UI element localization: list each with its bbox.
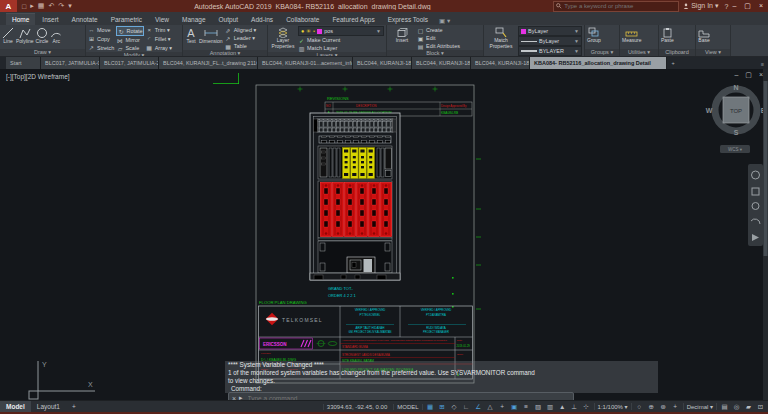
- copyright-notice[interactable]: Approval sheet without signature is not …: [342, 339, 447, 342]
- layout1-tab[interactable]: Layout1: [31, 401, 66, 412]
- tab-home[interactable]: Home: [6, 13, 35, 25]
- file-tab-menu-icon[interactable]: ≡: [761, 61, 764, 69]
- scale-button[interactable]: ▱Scale: [116, 44, 143, 52]
- polar-tracking-icon[interactable]: ∠: [474, 403, 483, 411]
- insert-button[interactable]: Insert: [389, 26, 415, 50]
- customize-command-icon[interactable]: ▸: [239, 394, 243, 400]
- paste-button[interactable]: Paste: [661, 26, 674, 49]
- equipment-rack[interactable]: [310, 113, 400, 280]
- leader-button[interactable]: ↗Leader ▾: [225, 34, 257, 42]
- dimension-button[interactable]: Dimension: [199, 26, 223, 50]
- polyline-button[interactable]: Polyline: [16, 26, 34, 49]
- file-tab[interactable]: BLC044, KURANJI-01...acement_information: [258, 57, 353, 69]
- units-control[interactable]: Decimal ▾: [683, 403, 717, 410]
- shelf-red-modules[interactable]: [318, 181, 392, 238]
- snap-icon[interactable]: ⊞: [438, 403, 447, 411]
- shelf-yellow-modules[interactable]: [318, 146, 392, 179]
- close-command-icon[interactable]: ×: [232, 395, 236, 401]
- clean-screen-icon[interactable]: ⊡: [756, 403, 765, 411]
- order-text[interactable]: ORDER 4 2 2 1: [328, 293, 357, 298]
- open-icon[interactable]: ▸: [30, 2, 34, 10]
- address-text[interactable]: STRONGEST LANDS DESA BUMA: [342, 353, 390, 357]
- revisions-row-approved[interactable]: KBA084-RB: [441, 111, 458, 115]
- doc-close-button[interactable]: ×: [759, 71, 763, 79]
- dynamic-ucs-icon[interactable]: ⊥: [570, 403, 579, 411]
- file-tab-start[interactable]: Start: [6, 57, 41, 69]
- panel-block-footer[interactable]: Block ▾: [387, 50, 483, 56]
- grid-icon[interactable]: ▦: [426, 403, 435, 411]
- revisions-header-no[interactable]: NO: [326, 104, 331, 108]
- edit-attributes-button[interactable]: ▤Edit Attributes: [417, 42, 460, 50]
- tab-insert[interactable]: Insert: [36, 14, 64, 25]
- new-drawing-tab-icon[interactable]: +: [667, 57, 679, 69]
- tab-parametric[interactable]: Parametric: [105, 14, 148, 25]
- minimize-button[interactable]: –: [732, 2, 736, 10]
- file-tab[interactable]: BLC017, JATIMULIA-05*: [41, 57, 100, 69]
- command-line-bar[interactable]: × ▸: [228, 392, 574, 400]
- group-button[interactable]: Group: [587, 26, 601, 49]
- object-snap-tracking-icon[interactable]: +: [498, 403, 507, 410]
- undo-icon[interactable]: ↶: [48, 2, 54, 10]
- redo-icon[interactable]: ↷: [58, 2, 64, 10]
- viewcube-south[interactable]: S: [734, 129, 739, 136]
- workspace-icon[interactable]: ⊛: [659, 403, 668, 411]
- line-button[interactable]: Line: [2, 26, 14, 49]
- tab-view[interactable]: View: [149, 14, 175, 25]
- panel-view-footer[interactable]: View ▾: [696, 49, 730, 56]
- rotate-button[interactable]: ↻Rotate: [116, 26, 143, 36]
- object-snap-icon[interactable]: ▣: [510, 403, 519, 411]
- new-icon[interactable]: □: [22, 3, 26, 10]
- viewport-controls-label[interactable]: [-][Top][2D Wireframe]: [6, 73, 70, 80]
- revisions-header-approved[interactable]: Design Approved By: [441, 104, 467, 108]
- command-history-window[interactable]: **** System Variable Changed **** 1 of t…: [225, 361, 658, 393]
- ortho-icon[interactable]: ∟: [462, 403, 471, 410]
- selection-cycling-icon[interactable]: ▥: [546, 403, 555, 411]
- text-button[interactable]: A Text: [185, 26, 197, 50]
- lineweight-icon[interactable]: ≡: [522, 403, 531, 410]
- projection-symbol[interactable]: [317, 341, 337, 347]
- ribbon-display-options-icon[interactable]: ▣ ▾: [439, 17, 450, 25]
- arc-button[interactable]: Arc: [50, 26, 62, 49]
- grand-total-text[interactable]: GRAND TOT..: [328, 286, 353, 291]
- measure-button[interactable]: Measure: [622, 26, 641, 49]
- panel-annotation-footer[interactable]: Annotation ▾: [183, 50, 267, 56]
- make-current-button[interactable]: ✓Make Current: [298, 36, 384, 44]
- copy-button[interactable]: ⊞Copy: [88, 35, 114, 43]
- tab-manage[interactable]: Manage: [176, 14, 212, 25]
- sub-rack-bar[interactable]: [319, 136, 391, 143]
- graphics-performance-icon[interactable]: ▰: [744, 403, 753, 411]
- doc-restore-button[interactable]: ▢: [745, 71, 752, 79]
- tab-annotate[interactable]: Annotate: [66, 14, 104, 25]
- autoscale-icon[interactable]: ⊕: [647, 403, 656, 411]
- array-button[interactable]: ▦Array ▾: [146, 44, 172, 52]
- rack-base[interactable]: [310, 273, 400, 280]
- floor-plan-label[interactable]: FLOOR PLAN DRAWING: [259, 300, 307, 305]
- tab-featured-apps[interactable]: Featured Apps: [326, 14, 380, 25]
- lower-bay[interactable]: [318, 241, 392, 273]
- match-layer-button[interactable]: ▥Match Layer: [298, 44, 384, 52]
- lineweight-dropdown[interactable]: BYLAYER ▼: [518, 46, 582, 56]
- mirror-button[interactable]: ⋈Mirror: [116, 36, 143, 44]
- approval-left[interactable]: VERIFIED / APPROVED PT.TELKOMSEL ARIP TA…: [346, 308, 394, 334]
- vertical-scrollbar[interactable]: [763, 69, 768, 400]
- navigation-bar[interactable]: [748, 164, 763, 246]
- file-tab[interactable]: BLC044, KURANJI-183*: [471, 57, 530, 69]
- panel-modify-footer[interactable]: Modify ▾: [86, 52, 182, 56]
- doc-row[interactable]: STANDARD BUMA: [342, 345, 368, 349]
- transparency-icon[interactable]: ▨: [534, 403, 543, 411]
- restore-button[interactable]: ▢: [744, 2, 751, 10]
- new-layout-icon[interactable]: +: [66, 401, 82, 412]
- drawing-canvas[interactable]: REVISIONS NO DESCRIPTION Design Approved…: [0, 69, 768, 400]
- space-toggle[interactable]: MODEL: [393, 404, 422, 410]
- search-input[interactable]: [562, 2, 666, 10]
- app-menu-button[interactable]: A: [0, 0, 17, 12]
- viewcube-west[interactable]: W: [706, 107, 713, 114]
- revisions-header-desc[interactable]: DESCRIPTION: [356, 104, 377, 108]
- stretch-button[interactable]: ↗Stretch: [88, 44, 114, 52]
- sign-in-button[interactable]: Sign In ▾: [683, 2, 718, 10]
- create-block-button[interactable]: ▢Create: [417, 26, 460, 34]
- viewcube[interactable]: N S W E TOP WCS ▾: [706, 84, 766, 153]
- dynamic-input-icon[interactable]: ⊹: [582, 403, 591, 411]
- panel-draw-footer[interactable]: Draw ▾: [0, 49, 85, 56]
- file-tab[interactable]: BLC017, JATIMULIA-24: [100, 57, 159, 69]
